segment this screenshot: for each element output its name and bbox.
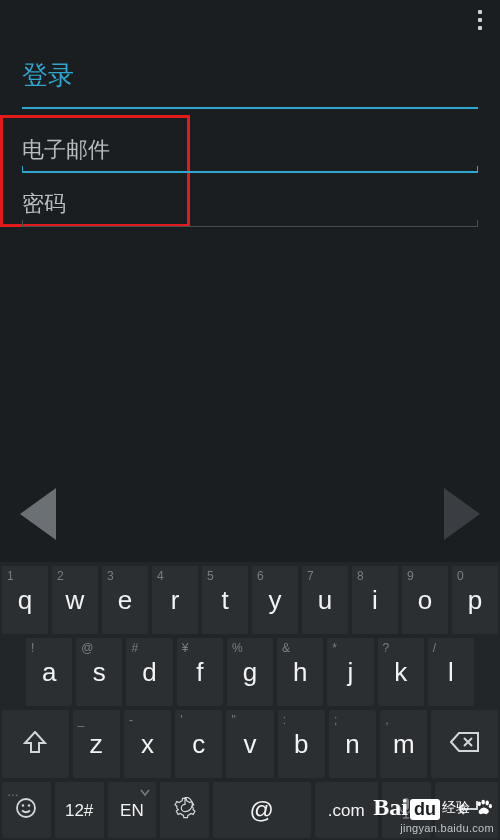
svg-point-1 xyxy=(22,804,24,806)
mode-switch-key[interactable]: 12# xyxy=(55,782,104,838)
key-m[interactable]: ,m xyxy=(380,710,427,778)
top-bar xyxy=(0,0,500,40)
next-arrow-icon[interactable] xyxy=(444,488,480,540)
password-field[interactable] xyxy=(22,187,478,221)
key-n[interactable]: ;n xyxy=(329,710,376,778)
page-header: 登录 xyxy=(0,40,500,107)
enter-icon xyxy=(453,799,479,817)
at-label: @ xyxy=(250,798,274,822)
key-t[interactable]: 5t xyxy=(202,566,248,634)
key-f[interactable]: ¥f xyxy=(177,638,223,706)
key-c[interactable]: 'c xyxy=(175,710,222,778)
key-u[interactable]: 7u xyxy=(302,566,348,634)
gear-icon xyxy=(174,797,196,819)
password-underline xyxy=(22,226,478,227)
key-o[interactable]: 9o xyxy=(402,566,448,634)
chevron-down-icon xyxy=(140,789,150,797)
keyboard-row-2: !a@s#d¥f%g&h*j?k/l xyxy=(0,636,500,708)
key-e[interactable]: 3e xyxy=(102,566,148,634)
svg-point-0 xyxy=(17,799,35,817)
overflow-menu-icon[interactable] xyxy=(470,2,490,38)
soft-keyboard: XT9 1q2w3e4r5t6y7u8i9o0p !a@s#d¥f%g&h*j?… xyxy=(0,562,500,840)
password-field-wrapper xyxy=(22,177,478,231)
language-key[interactable]: EN xyxy=(108,782,157,838)
key-r[interactable]: 4r xyxy=(152,566,198,634)
mic-icon xyxy=(398,797,414,819)
dotcom-key[interactable]: .com xyxy=(315,782,378,838)
key-q[interactable]: 1q xyxy=(2,566,48,634)
keyboard-row-3: _z-x'c"v:b;n,m xyxy=(0,708,500,780)
key-d[interactable]: #d xyxy=(126,638,172,706)
svg-rect-3 xyxy=(403,798,409,810)
email-field[interactable] xyxy=(22,133,478,167)
key-k[interactable]: ?k xyxy=(378,638,424,706)
dotcom-label: .com xyxy=(328,802,365,819)
keyboard-row-1: 1q2w3e4r5t6y7u8i9o0p xyxy=(0,564,500,636)
smiley-icon xyxy=(15,797,37,819)
backspace-icon xyxy=(450,732,480,752)
keyboard-row-4: … 12# EN @ xyxy=(0,780,500,840)
key-y[interactable]: 6y xyxy=(252,566,298,634)
key-h[interactable]: &h xyxy=(277,638,323,706)
key-a[interactable]: !a xyxy=(26,638,72,706)
login-form xyxy=(0,109,500,231)
page-title: 登录 xyxy=(22,58,478,93)
prev-arrow-icon[interactable] xyxy=(20,488,56,540)
spacer xyxy=(0,231,500,472)
mode-switch-label: 12# xyxy=(65,802,93,819)
key-g[interactable]: %g xyxy=(227,638,273,706)
svg-point-2 xyxy=(28,804,30,806)
key-z[interactable]: _z xyxy=(73,710,120,778)
emoji-key[interactable]: … xyxy=(2,782,51,838)
shift-key[interactable] xyxy=(2,710,69,778)
language-label: EN xyxy=(120,802,144,819)
email-underline xyxy=(22,171,478,173)
key-s[interactable]: @s xyxy=(76,638,122,706)
mic-key[interactable] xyxy=(382,782,431,838)
key-p[interactable]: 0p xyxy=(452,566,498,634)
email-field-wrapper xyxy=(22,123,478,177)
key-l[interactable]: /l xyxy=(428,638,474,706)
nav-row xyxy=(0,472,500,562)
shift-icon xyxy=(23,731,47,753)
key-w[interactable]: 2w xyxy=(52,566,98,634)
settings-key[interactable] xyxy=(160,782,209,838)
key-b[interactable]: :b xyxy=(278,710,325,778)
key-i[interactable]: 8i xyxy=(352,566,398,634)
key-v[interactable]: "v xyxy=(226,710,273,778)
at-key[interactable]: @ xyxy=(213,782,311,838)
key-j[interactable]: *j xyxy=(327,638,373,706)
backspace-key[interactable] xyxy=(431,710,498,778)
key-x[interactable]: -x xyxy=(124,710,171,778)
enter-key[interactable] xyxy=(435,782,498,838)
